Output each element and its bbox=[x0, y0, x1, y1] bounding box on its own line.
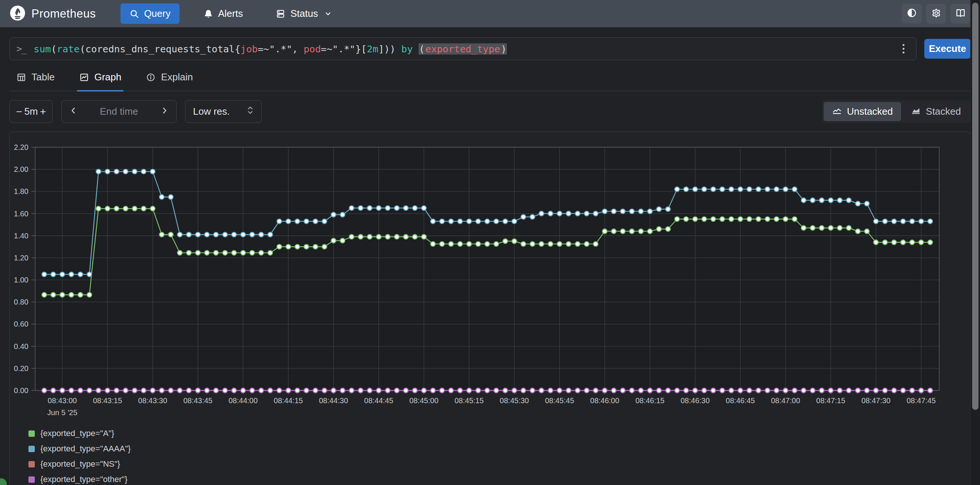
graph-controls: − 5m + End time Low res. bbox=[10, 100, 970, 123]
range-selector: − 5m + bbox=[10, 100, 53, 123]
tab-graph-label: Graph bbox=[94, 71, 121, 83]
chevron-right-icon[interactable] bbox=[161, 106, 169, 117]
svg-text:Jun 5 '25: Jun 5 '25 bbox=[47, 408, 78, 417]
query-token bbox=[395, 43, 401, 55]
svg-text:08:45:45: 08:45:45 bbox=[545, 396, 574, 405]
legend-item[interactable]: {exported_type="A"} bbox=[29, 429, 970, 438]
brand[interactable]: Prometheus bbox=[10, 5, 96, 22]
query-token: rate bbox=[57, 43, 80, 55]
legend-item[interactable]: {exported_type="AAAA"} bbox=[29, 444, 970, 453]
nav-query[interactable]: Query bbox=[121, 3, 180, 24]
gear-icon bbox=[931, 8, 942, 20]
stacked-option[interactable]: Stacked bbox=[902, 102, 969, 121]
svg-text:08:43:15: 08:43:15 bbox=[93, 396, 122, 405]
query-token: ( bbox=[80, 43, 85, 55]
view-tabs: Table Graph Explain bbox=[10, 71, 970, 91]
nav-status[interactable]: Status bbox=[267, 3, 341, 24]
navbar: Prometheus Query Alerts bbox=[0, 0, 980, 27]
query-code[interactable]: sum(rate(coredns_dns_requests_total{job=… bbox=[33, 43, 897, 55]
query-token: sum bbox=[33, 43, 51, 55]
query-expression-input[interactable]: >_ sum(rate(coredns_dns_requests_total{j… bbox=[10, 37, 916, 60]
end-time-picker[interactable]: End time bbox=[61, 100, 177, 123]
svg-text:08:46:00: 08:46:00 bbox=[590, 396, 619, 405]
contrast-icon bbox=[907, 8, 917, 19]
nav-status-label: Status bbox=[290, 8, 318, 19]
tab-explain[interactable]: Explain bbox=[144, 71, 195, 92]
svg-text:2.20: 2.20 bbox=[14, 143, 29, 151]
nav-alerts[interactable]: Alerts bbox=[194, 3, 252, 24]
info-icon bbox=[146, 73, 156, 82]
prometheus-app: { "navbar": { "brand": "Prometheus", "it… bbox=[0, 0, 980, 485]
unstacked-option[interactable]: Unstacked bbox=[824, 102, 901, 121]
svg-text:08:45:00: 08:45:00 bbox=[409, 396, 438, 405]
resolution-value: Low res. bbox=[193, 106, 230, 117]
svg-text:08:47:30: 08:47:30 bbox=[861, 396, 891, 405]
query-token: ( bbox=[51, 43, 56, 55]
query-token: 2m bbox=[367, 43, 379, 55]
legend-swatch bbox=[29, 461, 35, 468]
svg-text:0.40: 0.40 bbox=[14, 342, 29, 350]
theme-toggle-button[interactable] bbox=[902, 4, 922, 24]
legend-label: {exported_type="NS"} bbox=[40, 459, 120, 469]
query-token: { bbox=[234, 43, 240, 55]
graph-panel: 2.202.001.801.601.401.201.000.800.600.40… bbox=[10, 132, 970, 485]
legend-label: {exported_type="other"} bbox=[40, 474, 127, 484]
legend-swatch bbox=[29, 446, 35, 452]
tab-graph[interactable]: Graph bbox=[77, 71, 123, 92]
search-icon bbox=[129, 9, 139, 19]
svg-text:0.60: 0.60 bbox=[14, 320, 29, 328]
query-token: [ bbox=[361, 43, 367, 55]
page-scrollbar bbox=[970, 0, 980, 485]
svg-text:08:44:15: 08:44:15 bbox=[274, 396, 303, 405]
svg-text:0.80: 0.80 bbox=[14, 298, 29, 306]
svg-text:1.20: 1.20 bbox=[14, 254, 29, 262]
graph-icon bbox=[79, 73, 89, 82]
svg-text:08:44:30: 08:44:30 bbox=[319, 396, 348, 405]
query-token: ) bbox=[501, 43, 507, 55]
range-increase-button[interactable]: + bbox=[40, 106, 46, 118]
scrollbar-thumb[interactable] bbox=[972, 3, 978, 410]
range-decrease-button[interactable]: − bbox=[16, 106, 22, 118]
legend: {exported_type="A"}{exported_type="AAAA"… bbox=[29, 429, 970, 484]
query-token: ".*" bbox=[269, 43, 292, 55]
area-chart-icon bbox=[911, 105, 921, 118]
settings-button[interactable] bbox=[926, 4, 946, 24]
query-options-menu-icon[interactable] bbox=[897, 42, 910, 55]
query-token: ] bbox=[378, 43, 384, 55]
query-token: pod bbox=[304, 43, 321, 55]
legend-item[interactable]: {exported_type="NS"} bbox=[29, 459, 970, 469]
app-title: Prometheus bbox=[32, 7, 96, 21]
legend-item[interactable]: {exported_type="other"} bbox=[29, 474, 970, 484]
graph-canvas[interactable]: 2.202.001.801.601.401.201.000.800.600.40… bbox=[10, 132, 970, 420]
tab-table[interactable]: Table bbox=[14, 71, 57, 92]
select-caret-icon bbox=[247, 105, 254, 118]
svg-text:08:47:45: 08:47:45 bbox=[907, 396, 936, 405]
execute-button[interactable]: Execute bbox=[924, 39, 970, 59]
svg-text:08:43:00: 08:43:00 bbox=[48, 396, 77, 405]
svg-text:1.60: 1.60 bbox=[14, 209, 29, 218]
stacking-toggle: Unstacked Stacked bbox=[822, 100, 970, 123]
query-token: )) bbox=[384, 43, 396, 55]
range-value[interactable]: 5m bbox=[24, 106, 38, 117]
svg-text:08:44:45: 08:44:45 bbox=[364, 396, 393, 405]
end-time-placeholder[interactable]: End time bbox=[100, 106, 138, 117]
svg-text:08:45:30: 08:45:30 bbox=[500, 396, 529, 405]
svg-text:08:46:45: 08:46:45 bbox=[725, 396, 755, 405]
svg-text:1.00: 1.00 bbox=[14, 276, 29, 284]
svg-text:08:45:15: 08:45:15 bbox=[455, 396, 484, 405]
legend-label: {exported_type="A"} bbox=[40, 429, 114, 438]
chevron-left-icon[interactable] bbox=[69, 106, 78, 117]
bell-icon bbox=[204, 9, 213, 19]
line-chart-icon bbox=[832, 105, 842, 118]
nav-query-label: Query bbox=[144, 8, 170, 19]
query-token: ( bbox=[418, 43, 425, 55]
query-token: =~ bbox=[258, 43, 269, 55]
svg-text:08:46:30: 08:46:30 bbox=[680, 396, 710, 405]
table-icon bbox=[16, 73, 26, 82]
svg-text:08:43:30: 08:43:30 bbox=[138, 396, 167, 405]
book-icon bbox=[955, 8, 966, 20]
unstacked-label: Unstacked bbox=[847, 106, 893, 117]
resolution-select[interactable]: Low res. bbox=[185, 100, 262, 123]
query-token: =~ bbox=[321, 43, 332, 55]
docs-button[interactable] bbox=[950, 4, 970, 24]
